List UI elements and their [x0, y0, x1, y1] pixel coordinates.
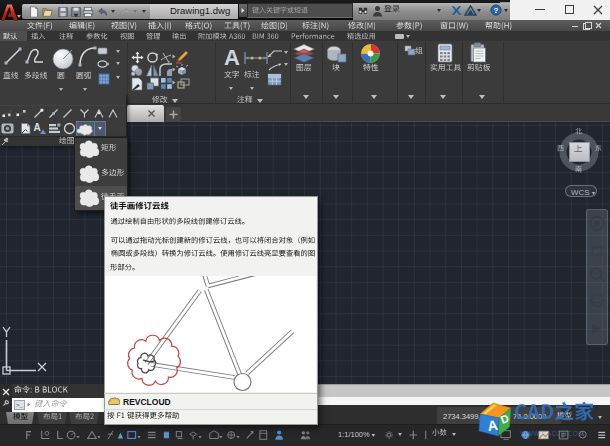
svg-text:?: ?	[494, 6, 499, 15]
svg-text:A: A	[34, 122, 41, 133]
